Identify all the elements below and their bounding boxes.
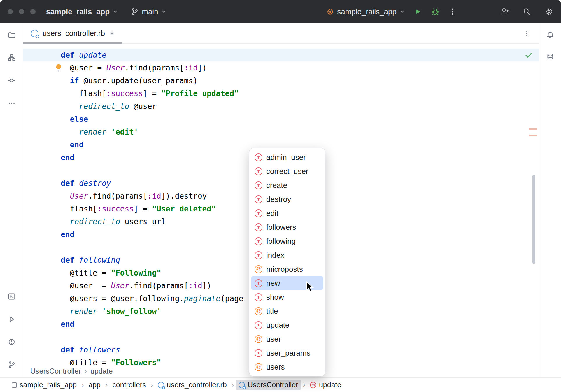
error-stripe-mark[interactable]	[529, 128, 537, 130]
sidebar-commit-button[interactable]	[8, 76, 16, 84]
navbar-item-users_controller.rb[interactable]: users_controller.rb	[155, 380, 230, 390]
code-token	[52, 217, 70, 226]
code-token: (page	[220, 294, 243, 303]
sidebar-structure-button[interactable]	[8, 54, 16, 62]
navbar-item-controllers[interactable]: controllers	[109, 380, 149, 390]
popup-item-label: title	[266, 307, 278, 316]
popup-item-user_params[interactable]: muser_params	[251, 346, 323, 360]
code-token: @title =	[52, 358, 111, 365]
code-token: flash[	[52, 204, 97, 213]
code-token: User	[111, 281, 129, 290]
popup-item-correct_user[interactable]: mcorrect_user	[251, 164, 323, 178]
attribute-icon: @	[255, 363, 262, 371]
code-line[interactable]: redirect_to @user	[23, 100, 539, 113]
code-token: "Following"	[111, 269, 161, 277]
branch-name: main	[142, 7, 158, 16]
code-line[interactable]: flash[:success] = "Profile updated"	[23, 87, 539, 100]
left-tool-stripe	[0, 23, 23, 377]
popup-item-destroy[interactable]: mdestroy	[251, 192, 323, 206]
code-line[interactable]: else	[23, 113, 539, 126]
code-token: :id	[189, 281, 202, 290]
rails-run-config-icon	[326, 8, 334, 16]
popup-item-label: create	[266, 181, 287, 190]
popup-item-index[interactable]: mindex	[251, 248, 323, 262]
breadcrumb-separator: ›	[303, 381, 305, 389]
more-actions-button[interactable]	[448, 8, 457, 16]
method-icon: m	[255, 349, 262, 357]
run-config-selector[interactable]: sample_rails_app	[326, 7, 405, 16]
sidebar-more-button[interactable]	[8, 99, 16, 107]
code-line[interactable]: if @user.update(user_params)	[23, 74, 539, 87]
inspections-ok-icon[interactable]	[524, 51, 533, 59]
navbar-item-app[interactable]: app	[85, 380, 104, 390]
editor-scrollbar[interactable]	[532, 175, 535, 264]
popup-item-label: followers	[266, 223, 296, 232]
navbar-item-update[interactable]: mupdate	[307, 380, 344, 390]
code-line[interactable]: @user = User.find(params[:id])	[23, 61, 539, 74]
popup-item-users[interactable]: @users	[251, 360, 323, 374]
code-token: .find(params[	[129, 281, 189, 290]
ide-window: sample_rails_app main sample_rails_app	[0, 0, 561, 392]
chevron-down-icon	[161, 9, 166, 14]
method-icon: m	[255, 237, 262, 245]
method-icon: m	[255, 321, 262, 329]
navbar-item-sample_rails_app[interactable]: sample_rails_app	[9, 380, 80, 390]
editor-breadcrumb-item[interactable]: UsersController	[30, 367, 81, 375]
popup-item-followers[interactable]: mfollowers	[251, 220, 323, 234]
popup-item-update[interactable]: mupdate	[251, 318, 323, 332]
module-icon	[12, 382, 17, 388]
code-with-me-button[interactable]	[500, 7, 509, 16]
popup-item-edit[interactable]: medit	[251, 206, 323, 220]
project-name: sample_rails_app	[46, 7, 110, 16]
code-token	[52, 128, 79, 136]
code-token: "Profile updated"	[161, 89, 239, 98]
sidebar-terminal-button[interactable]	[8, 292, 16, 301]
search-everywhere-button[interactable]	[523, 7, 531, 16]
navigation-bar: sample_rails_app›app›controllers›users_c…	[0, 377, 561, 392]
error-stripe-mark[interactable]	[529, 135, 537, 136]
database-button[interactable]	[546, 52, 554, 61]
popup-item-microposts[interactable]: @microposts	[251, 262, 323, 276]
intention-bulb-icon[interactable]	[54, 63, 63, 72]
sidebar-project-button[interactable]	[8, 31, 16, 39]
close-button[interactable]	[8, 9, 13, 14]
debug-button[interactable]	[431, 7, 440, 16]
minimize-button[interactable]	[19, 9, 24, 14]
navbar-item-UsersController[interactable]: UsersController	[236, 380, 301, 390]
code-token: "User deleted"	[152, 204, 216, 213]
branch-widget[interactable]: main	[131, 7, 166, 16]
tab-users-controller[interactable]: users_controller.rb	[23, 23, 122, 43]
popup-item-label: following	[266, 237, 296, 246]
popup-item-label: user	[266, 335, 281, 344]
code-token	[52, 320, 61, 329]
code-token: :id	[184, 63, 198, 72]
zoom-button[interactable]	[30, 9, 36, 14]
editor-breadcrumb-item[interactable]: update	[90, 367, 113, 375]
popup-item-following[interactable]: mfollowing	[251, 234, 323, 248]
notifications-button[interactable]	[546, 31, 554, 39]
code-line[interactable]: def update	[23, 49, 539, 61]
code-token	[52, 256, 61, 264]
code-token: end	[61, 153, 74, 162]
code-token	[52, 307, 70, 316]
sidebar-git-button[interactable]	[8, 361, 16, 369]
popup-item-title[interactable]: @title	[251, 304, 323, 318]
project-widget[interactable]: sample_rails_app	[46, 7, 118, 16]
tab-options-button[interactable]	[523, 30, 531, 37]
code-token	[52, 345, 61, 354]
popup-item-label: correct_user	[266, 167, 308, 176]
settings-button[interactable]	[545, 7, 553, 16]
navbar-item-label: app	[88, 381, 101, 389]
method-icon: m	[255, 251, 262, 259]
tab-close-icon[interactable]	[109, 31, 115, 36]
popup-item-admin_user[interactable]: madmin_user	[251, 150, 323, 164]
code-line[interactable]: render 'edit'	[23, 126, 539, 138]
sidebar-problems-button[interactable]	[8, 338, 16, 346]
code-token	[106, 128, 111, 136]
popup-item-create[interactable]: mcreate	[251, 178, 323, 192]
sidebar-run-button[interactable]	[8, 315, 16, 323]
popup-item-user[interactable]: @user	[251, 332, 323, 346]
method-icon: m	[255, 167, 262, 175]
run-button[interactable]	[413, 7, 422, 16]
chevron-down-icon	[113, 9, 118, 14]
